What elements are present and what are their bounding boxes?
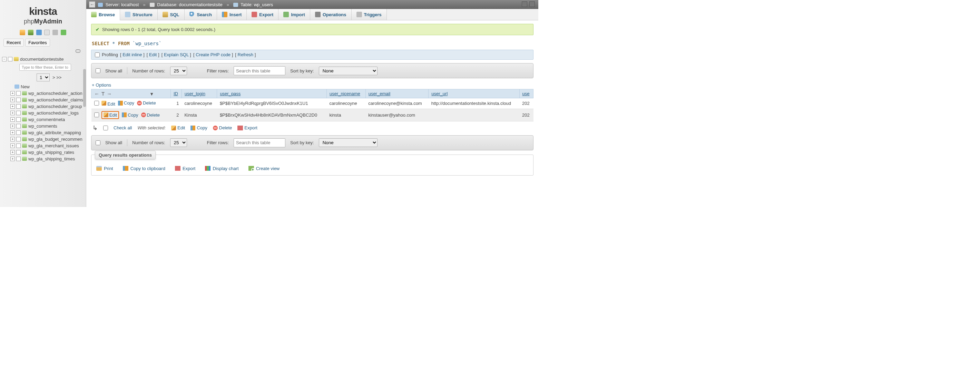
- expand-icon[interactable]: +: [10, 150, 15, 154]
- row-edit[interactable]: Edit: [102, 101, 115, 106]
- breadcrumb-database[interactable]: Database: documentationtestsite: [150, 2, 223, 7]
- tab-import[interactable]: Import: [278, 9, 310, 20]
- sort-controls[interactable]: ← T →: [94, 91, 112, 97]
- sidebar-scrollbar[interactable]: [83, 69, 86, 107]
- tab-structure[interactable]: Structure: [120, 9, 158, 20]
- cell-user-reg[interactable]: 202: [519, 98, 533, 109]
- docs-icon[interactable]: [44, 30, 50, 35]
- filter-rows-input-2[interactable]: [234, 138, 285, 147]
- tab-sql[interactable]: SQL: [158, 9, 185, 20]
- expand-handle-icon[interactable]: [16, 150, 21, 154]
- expand-icon[interactable]: +: [10, 130, 15, 135]
- cell-user-url[interactable]: http://documentationtestsite.kinsta.clou…: [429, 98, 519, 109]
- edit-link[interactable]: Edit: [149, 52, 157, 57]
- tree-new[interactable]: New: [2, 84, 84, 90]
- cell-user-nicename[interactable]: carolinecoyne: [326, 98, 366, 109]
- col-user-nicename[interactable]: user_nicename: [326, 89, 366, 98]
- check-all-checkbox[interactable]: [103, 125, 108, 130]
- tree-table-item[interactable]: +wp_gla_budget_recommen: [2, 136, 84, 143]
- row-checkbox[interactable]: [94, 101, 99, 106]
- expand-icon[interactable]: +: [10, 143, 15, 148]
- cell-user-pass[interactable]: $P$BYbEI4yRdRqprgBV6ISvO0JwdnxK1U1: [217, 98, 327, 109]
- home-icon[interactable]: [20, 30, 25, 35]
- tab-export[interactable]: Export: [247, 9, 278, 20]
- breadcrumb-server[interactable]: Server: localhost: [98, 2, 139, 7]
- tab-search[interactable]: Search: [185, 9, 217, 20]
- row-checkbox[interactable]: [94, 113, 99, 117]
- qro-view[interactable]: Create view: [248, 166, 280, 171]
- page-settings-icon[interactable]: [522, 2, 527, 7]
- col-id[interactable]: ID: [171, 89, 182, 98]
- col-user-url[interactable]: user_url: [429, 89, 519, 98]
- tree-table-item[interactable]: +wp_gla_shipping_rates: [2, 149, 84, 155]
- expand-handle-icon[interactable]: [16, 98, 21, 102]
- num-rows-select[interactable]: 25: [170, 67, 187, 75]
- qro-chart[interactable]: Display chart: [205, 166, 239, 171]
- help-icon[interactable]: [36, 30, 42, 35]
- tree-filter-input[interactable]: [19, 64, 71, 71]
- cell-id[interactable]: 1: [171, 98, 182, 109]
- tree-db-node[interactable]: − documentationtestsite: [2, 56, 84, 62]
- cell-id[interactable]: 2: [171, 109, 182, 121]
- settings-icon[interactable]: [52, 30, 58, 35]
- expand-handle-icon[interactable]: [8, 57, 13, 62]
- cell-user-pass[interactable]: $P$BrxQKwSHdv4Hb8nKDAVBmNxmAQBC2D0: [217, 109, 327, 121]
- expand-handle-icon[interactable]: [16, 91, 21, 95]
- qro-print[interactable]: Print: [96, 166, 113, 171]
- expand-handle-icon[interactable]: [16, 137, 21, 141]
- cell-user-email[interactable]: kinstauser@yahoo.com: [366, 109, 429, 121]
- back-button[interactable]: ←: [89, 2, 95, 8]
- tree-page-next[interactable]: > >>: [52, 75, 61, 80]
- row-copy[interactable]: Copy: [122, 113, 138, 117]
- tree-table-item[interactable]: +wp_gla_shipping_times: [2, 155, 84, 162]
- expand-icon[interactable]: +: [10, 111, 15, 115]
- link-icon[interactable]: [76, 49, 80, 53]
- ws-edit[interactable]: Edit: [171, 125, 185, 130]
- profiling-checkbox[interactable]: [95, 52, 100, 57]
- expand-handle-icon[interactable]: [16, 143, 21, 148]
- tree-table-item[interactable]: +wp_commentmeta: [2, 116, 84, 123]
- expand-icon[interactable]: +: [10, 91, 15, 95]
- row-copy[interactable]: Copy: [118, 100, 134, 106]
- ws-copy[interactable]: Copy: [191, 125, 207, 130]
- page-collapse-icon[interactable]: [529, 2, 535, 7]
- cell-user-login[interactable]: Kinsta: [181, 109, 217, 121]
- ws-export[interactable]: Export: [237, 125, 258, 130]
- tab-recent[interactable]: Recent: [3, 39, 24, 46]
- edit-inline-link[interactable]: Edit inline: [123, 52, 142, 57]
- row-delete[interactable]: Delete: [137, 100, 156, 106]
- cell-user-reg[interactable]: 202: [519, 109, 533, 121]
- tree-table-item[interactable]: +wp_gla_merchant_issues: [2, 143, 84, 149]
- expand-icon[interactable]: +: [10, 98, 15, 102]
- tree-table-item[interactable]: +wp_gla_attribute_mapping: [2, 129, 84, 136]
- tree-table-item[interactable]: +wp_actionscheduler_group: [2, 103, 84, 110]
- num-rows-select-2[interactable]: 25: [170, 138, 187, 147]
- expand-icon[interactable]: +: [10, 137, 15, 141]
- expand-icon[interactable]: +: [10, 104, 15, 109]
- expand-handle-icon[interactable]: [16, 124, 21, 129]
- show-all-checkbox-2[interactable]: [95, 140, 100, 145]
- expand-handle-icon[interactable]: [16, 117, 21, 122]
- qro-clipboard[interactable]: Copy to clipboard: [123, 166, 165, 171]
- tree-page-select[interactable]: 1: [37, 73, 50, 81]
- row-delete[interactable]: Delete: [141, 113, 160, 117]
- col-user-reg[interactable]: use: [519, 89, 533, 98]
- qro-export[interactable]: Export: [175, 166, 196, 171]
- show-all-checkbox[interactable]: [95, 68, 100, 73]
- refresh-link[interactable]: Refresh: [238, 52, 254, 57]
- tree-table-item[interactable]: +wp_comments: [2, 123, 84, 129]
- expand-handle-icon[interactable]: [16, 130, 21, 135]
- expand-handle-icon[interactable]: [16, 104, 21, 109]
- row-edit[interactable]: Edit: [102, 111, 119, 119]
- ws-delete[interactable]: Delete: [213, 125, 232, 130]
- filter-rows-input[interactable]: [234, 66, 285, 75]
- logout-icon[interactable]: [28, 30, 33, 35]
- expand-icon[interactable]: +: [10, 157, 15, 161]
- cell-user-url[interactable]: [429, 109, 519, 121]
- tab-triggers[interactable]: Triggers: [352, 9, 387, 20]
- sort-desc-icon[interactable]: ▼: [150, 91, 154, 97]
- col-user-email[interactable]: user_email: [366, 89, 429, 98]
- tab-operations[interactable]: Operations: [310, 9, 352, 20]
- collapse-icon[interactable]: −: [2, 57, 6, 62]
- tree-table-item[interactable]: +wp_actionscheduler_claims: [2, 97, 84, 103]
